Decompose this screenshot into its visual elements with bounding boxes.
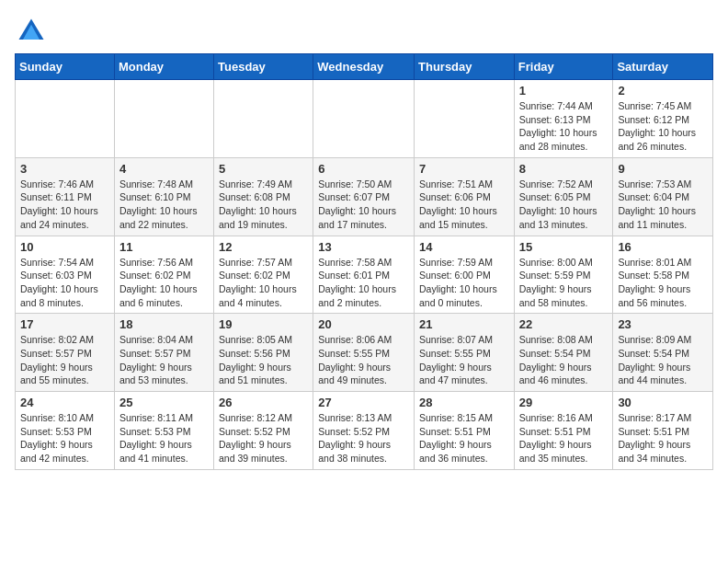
calendar-cell: 24Sunrise: 8:10 AM Sunset: 5:53 PM Dayli… [16, 392, 115, 470]
day-number: 2 [618, 84, 708, 98]
day-number: 22 [519, 317, 609, 331]
day-info: Sunrise: 7:44 AM Sunset: 6:13 PM Dayligh… [519, 99, 609, 154]
day-info: Sunrise: 8:15 AM Sunset: 5:51 PM Dayligh… [419, 411, 509, 465]
day-number: 4 [119, 162, 209, 176]
day-number: 23 [618, 317, 708, 331]
day-number: 15 [519, 240, 609, 254]
day-info: Sunrise: 7:49 AM Sunset: 6:08 PM Dayligh… [219, 178, 308, 232]
day-number: 30 [618, 396, 708, 409]
calendar-cell: 16Sunrise: 8:01 AM Sunset: 5:58 PM Dayli… [613, 236, 713, 314]
calendar-cell: 9Sunrise: 7:53 AM Sunset: 6:04 PM Daylig… [613, 157, 713, 236]
day-number: 19 [219, 317, 308, 331]
calendar-cell: 6Sunrise: 7:50 AM Sunset: 6:07 PM Daylig… [313, 157, 415, 236]
calendar-cell: 1Sunrise: 7:44 AM Sunset: 6:13 PM Daylig… [514, 80, 613, 158]
day-number: 18 [119, 317, 209, 331]
day-info: Sunrise: 8:13 AM Sunset: 5:52 PM Dayligh… [318, 411, 409, 465]
day-info: Sunrise: 8:08 AM Sunset: 5:54 PM Dayligh… [519, 333, 609, 387]
day-info: Sunrise: 7:48 AM Sunset: 6:10 PM Dayligh… [119, 178, 209, 232]
calendar-cell: 15Sunrise: 8:00 AM Sunset: 5:59 PM Dayli… [514, 236, 613, 314]
calendar-cell: 11Sunrise: 7:56 AM Sunset: 6:02 PM Dayli… [114, 236, 213, 314]
calendar-cell [313, 80, 415, 158]
day-number: 8 [519, 162, 609, 176]
day-info: Sunrise: 7:57 AM Sunset: 6:02 PM Dayligh… [219, 256, 308, 310]
day-info: Sunrise: 7:56 AM Sunset: 6:02 PM Dayligh… [119, 256, 209, 310]
calendar-cell: 7Sunrise: 7:51 AM Sunset: 6:06 PM Daylig… [415, 157, 515, 236]
calendar-cell: 13Sunrise: 7:58 AM Sunset: 6:01 PM Dayli… [313, 236, 415, 314]
day-info: Sunrise: 7:59 AM Sunset: 6:00 PM Dayligh… [419, 256, 509, 310]
day-info: Sunrise: 8:01 AM Sunset: 5:58 PM Dayligh… [618, 256, 708, 310]
day-number: 10 [20, 240, 109, 254]
calendar-cell [214, 80, 313, 158]
calendar-cell: 5Sunrise: 7:49 AM Sunset: 6:08 PM Daylig… [214, 157, 313, 236]
calendar-header-saturday: Saturday [613, 54, 713, 80]
day-info: Sunrise: 7:58 AM Sunset: 6:01 PM Dayligh… [318, 256, 409, 310]
calendar-cell: 17Sunrise: 8:02 AM Sunset: 5:57 PM Dayli… [16, 314, 115, 392]
day-info: Sunrise: 8:06 AM Sunset: 5:55 PM Dayligh… [318, 333, 409, 387]
day-number: 25 [119, 396, 209, 409]
day-number: 29 [519, 396, 609, 409]
calendar-cell: 22Sunrise: 8:08 AM Sunset: 5:54 PM Dayli… [514, 314, 613, 392]
day-number: 14 [419, 240, 509, 254]
day-info: Sunrise: 7:51 AM Sunset: 6:06 PM Dayligh… [419, 178, 509, 232]
day-info: Sunrise: 7:50 AM Sunset: 6:07 PM Dayligh… [318, 178, 409, 232]
calendar-cell [114, 80, 213, 158]
day-info: Sunrise: 8:04 AM Sunset: 5:57 PM Dayligh… [119, 333, 209, 387]
calendar-table: SundayMondayTuesdayWednesdayThursdayFrid… [15, 53, 713, 470]
calendar-cell: 21Sunrise: 8:07 AM Sunset: 5:55 PM Dayli… [415, 314, 515, 392]
day-number: 27 [318, 396, 409, 409]
day-info: Sunrise: 8:12 AM Sunset: 5:52 PM Dayligh… [219, 411, 308, 465]
day-info: Sunrise: 8:00 AM Sunset: 5:59 PM Dayligh… [519, 256, 609, 310]
calendar-header-monday: Monday [114, 54, 213, 80]
page-header [15, 15, 713, 48]
day-number: 24 [20, 396, 109, 409]
calendar-header-tuesday: Tuesday [214, 54, 313, 80]
day-number: 28 [419, 396, 509, 409]
calendar-header-friday: Friday [514, 54, 613, 80]
day-info: Sunrise: 8:05 AM Sunset: 5:56 PM Dayligh… [219, 333, 308, 387]
calendar-header-sunday: Sunday [16, 54, 115, 80]
day-info: Sunrise: 8:07 AM Sunset: 5:55 PM Dayligh… [419, 333, 509, 387]
calendar-cell: 4Sunrise: 7:48 AM Sunset: 6:10 PM Daylig… [114, 157, 213, 236]
day-info: Sunrise: 8:16 AM Sunset: 5:51 PM Dayligh… [519, 411, 609, 465]
calendar-week-row: 1Sunrise: 7:44 AM Sunset: 6:13 PM Daylig… [16, 80, 713, 158]
logo-icon [15, 15, 48, 48]
day-number: 11 [119, 240, 209, 254]
day-number: 6 [318, 162, 409, 176]
calendar-header-row: SundayMondayTuesdayWednesdayThursdayFrid… [16, 54, 713, 80]
day-number: 5 [219, 162, 308, 176]
calendar-cell: 12Sunrise: 7:57 AM Sunset: 6:02 PM Dayli… [214, 236, 313, 314]
day-info: Sunrise: 7:53 AM Sunset: 6:04 PM Dayligh… [618, 178, 708, 232]
calendar-cell: 3Sunrise: 7:46 AM Sunset: 6:11 PM Daylig… [16, 157, 115, 236]
calendar-cell: 28Sunrise: 8:15 AM Sunset: 5:51 PM Dayli… [415, 392, 515, 470]
day-number: 20 [318, 317, 409, 331]
day-number: 26 [219, 396, 308, 409]
calendar-cell: 30Sunrise: 8:17 AM Sunset: 5:51 PM Dayli… [613, 392, 713, 470]
day-info: Sunrise: 8:11 AM Sunset: 5:53 PM Dayligh… [119, 411, 209, 465]
calendar-cell: 14Sunrise: 7:59 AM Sunset: 6:00 PM Dayli… [415, 236, 515, 314]
calendar-cell: 10Sunrise: 7:54 AM Sunset: 6:03 PM Dayli… [16, 236, 115, 314]
day-info: Sunrise: 8:17 AM Sunset: 5:51 PM Dayligh… [618, 411, 708, 465]
day-info: Sunrise: 7:46 AM Sunset: 6:11 PM Dayligh… [20, 178, 109, 232]
day-number: 16 [618, 240, 708, 254]
day-number: 12 [219, 240, 308, 254]
day-number: 17 [20, 317, 109, 331]
day-info: Sunrise: 8:02 AM Sunset: 5:57 PM Dayligh… [20, 333, 109, 387]
calendar-cell: 23Sunrise: 8:09 AM Sunset: 5:54 PM Dayli… [613, 314, 713, 392]
calendar-week-row: 10Sunrise: 7:54 AM Sunset: 6:03 PM Dayli… [16, 236, 713, 314]
calendar-cell: 19Sunrise: 8:05 AM Sunset: 5:56 PM Dayli… [214, 314, 313, 392]
calendar-cell: 25Sunrise: 8:11 AM Sunset: 5:53 PM Dayli… [114, 392, 213, 470]
calendar-cell: 29Sunrise: 8:16 AM Sunset: 5:51 PM Dayli… [514, 392, 613, 470]
calendar-cell: 20Sunrise: 8:06 AM Sunset: 5:55 PM Dayli… [313, 314, 415, 392]
calendar-week-row: 24Sunrise: 8:10 AM Sunset: 5:53 PM Dayli… [16, 392, 713, 470]
day-info: Sunrise: 8:09 AM Sunset: 5:54 PM Dayligh… [618, 333, 708, 387]
logo [15, 15, 51, 48]
calendar-header-wednesday: Wednesday [313, 54, 415, 80]
day-number: 1 [519, 84, 609, 98]
calendar-cell [16, 80, 115, 158]
calendar-week-row: 17Sunrise: 8:02 AM Sunset: 5:57 PM Dayli… [16, 314, 713, 392]
day-info: Sunrise: 7:54 AM Sunset: 6:03 PM Dayligh… [20, 256, 109, 310]
day-number: 21 [419, 317, 509, 331]
day-info: Sunrise: 7:45 AM Sunset: 6:12 PM Dayligh… [618, 99, 708, 154]
day-number: 9 [618, 162, 708, 176]
calendar-cell: 26Sunrise: 8:12 AM Sunset: 5:52 PM Dayli… [214, 392, 313, 470]
